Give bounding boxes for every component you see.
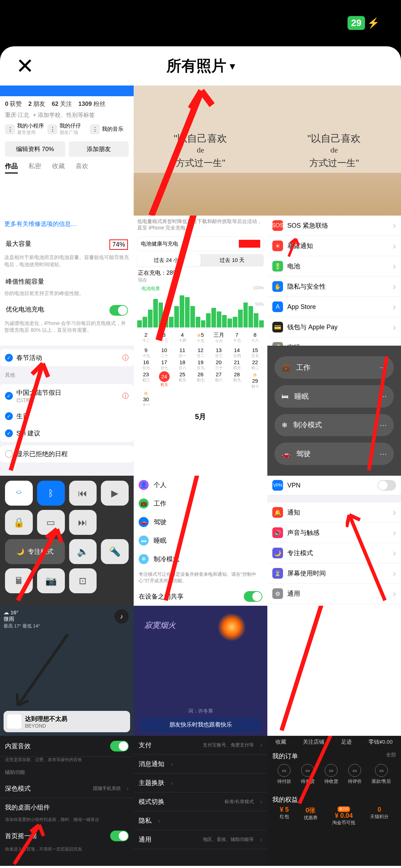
capacity-desc: 这是相对于新电池而言的电池容量。容量较低可能导致充电后，电池使用时间缩短。 (4, 254, 129, 268)
thumb-battery-health[interactable]: 更多有关维修选项的信息… 最大容量 74% 这是相对于新电池而言的电池容量。容量… (0, 216, 134, 346)
optimize-desc: 为减缓电池老化，iPhone 会学习你每日的充电模式，并暂缓充电至 80% 以上… (4, 320, 129, 334)
app-screen: ✕ 所有照片 ▾ 0获赞2朋友62关注1309粉丝 重庆·江北+ 添加学校、性别… (0, 46, 401, 868)
aux-section: 辅助功能 (0, 766, 134, 779)
optimize-toggle (109, 305, 128, 316)
calc-icon: 🖩 (5, 568, 33, 593)
bluetooth-icon: ᛒ (37, 481, 65, 506)
add-tag: + 添加学校、性别等标签 (33, 112, 95, 119)
shake-label: 首页摇一摇 (5, 832, 37, 840)
dark-label: 深色模式 (5, 784, 31, 793)
max-capacity-value: 74% (109, 239, 128, 250)
add-friend-button: 添加朋友 (69, 141, 129, 157)
thumb-control-center[interactable]: ⌔ ᛒ ⏮ ▶ 🔒 ▭ ⏭ 🌙 专注模式 🔈 🔦 🖩 📷 ⊡ (0, 476, 134, 606)
battery-percentage: 29 (348, 16, 365, 30)
thumb-battery-usage[interactable]: 低电量模式将暂时降低后台下载和邮件抓取等后台活动，直至 iPhone 完全充电。… (134, 216, 267, 346)
now-playing: 达到理想不太易 BEYOND (4, 711, 130, 732)
thumb-dark-settings-1[interactable]: 内置音效 这里是添加新、点赞、发布等操作的音效 辅助功能 深色模式跟随手机系统›… (0, 736, 134, 866)
share-label: 在设备之间共享 (139, 592, 184, 601)
thumb-calendar-month[interactable]: 9十九10二十11廿一12廿二13廿三14廿四15廿五16廿六17廿七18廿八1… (134, 346, 267, 476)
dark-opt: 跟随手机系统 (93, 785, 121, 792)
month-label: 5月 (134, 409, 267, 424)
prev-icon: ⏮ (69, 481, 97, 506)
volume-icon: 🔈 (69, 539, 97, 564)
optimize-label: 优化电池充电 (6, 305, 44, 316)
quote-line2: 方式过一生" (176, 157, 225, 169)
orders-title: 我的订单 (272, 752, 298, 760)
declined-item: 显示已拒绝的日程 (16, 450, 68, 458)
song-title: 达到理想不太易 (25, 715, 67, 723)
wifi-icon: ⌔ (5, 481, 33, 506)
thumb-blank-arrow[interactable] (267, 606, 401, 736)
thumb-taobao[interactable]: 收藏关注店铺足迹零钱¥0.00 我的订单全部 ▭待付款▭待发货▭待收货▭待评价▭… (267, 736, 401, 866)
close-icon[interactable]: ✕ (16, 53, 34, 78)
charging-text: 正在充电：28% (138, 270, 178, 276)
chart-label: 电池电量 (137, 285, 264, 292)
builtin-label: 内置音效 (5, 742, 31, 750)
fw-text: 寂寞烟火 (144, 620, 176, 631)
range: 最高 17° 最低 14° (4, 623, 40, 629)
lowpower-note: 低电量模式将暂时降低后台下载和邮件抓取等后台活动，直至 iPhone 完全充电。 (134, 216, 267, 234)
fw-sig: 词：许冬寒 (188, 708, 213, 714)
next-icon: ⏭ (69, 510, 97, 535)
thumb-dark-settings-2[interactable]: 支付支付宝账号、免密支付等›消息通知›主题换肤›模式切换标准/长辈模式›隐私›通… (134, 736, 267, 866)
other-section: 其他 (0, 370, 134, 381)
thumb-focus-list[interactable]: 👤个人💼工作🚗驾驶🛏睡眠❄制冷模式 专注模式可让你自定设备并静音来电和通知。请在… (134, 476, 267, 606)
builtin-desc: 这里是添加新、点赞、发布等操作的音效 (0, 757, 134, 766)
page-title[interactable]: 所有照片 ▾ (166, 56, 235, 76)
fw-caption: 朋友快乐时我也跟着快乐 (140, 718, 261, 732)
shake-toggle (110, 831, 129, 841)
thumb-settings-notifications[interactable]: VPN VPN 🔔通知›🔊声音与触感›🌙专注模式›⏳屏幕使用时间›⚙通用›⚡控制… (267, 476, 401, 606)
now-text: 现在 (134, 277, 267, 283)
flashlight-icon: 🔦 (101, 539, 129, 564)
quote-line1: "以自己喜欢 (308, 132, 361, 145)
cond: 微雨 (4, 616, 14, 622)
peak-desc: 你的电池目前支持正常的峰值性能。 (4, 290, 129, 297)
edit-profile-button: 编辑资料 70% (5, 141, 65, 157)
thumb-music-widget[interactable]: ☁ 16° 微雨 最高 17° 最低 14° ♪ 达到理想不太易 BEYOND (0, 606, 134, 736)
thumb-fireworks[interactable]: 寂寞烟火 词：许冬寒 朋友快乐时我也跟着快乐 (134, 606, 267, 736)
artist: BEYOND (25, 723, 67, 729)
builtin-toggle (110, 741, 129, 751)
focus-note: 专注模式可让你自定设备并静音来电和通知。请在"控制中心"打开或关闭此功能。 (134, 568, 267, 587)
photo-grid: 0获赞2朋友62关注1309粉丝 重庆·江北+ 添加学校、性别等标签 ⋮我的小程… (0, 86, 401, 866)
temp: 16° (10, 609, 19, 615)
vpn-label: VPN (287, 482, 300, 489)
thumb-quote-2[interactable]: "以自己喜欢 de 方式过一生" (267, 86, 401, 216)
title-text: 所有照片 (166, 56, 226, 76)
peak-label: 峰值性能容量 (6, 277, 44, 286)
location-text: 重庆·江北 (5, 112, 29, 119)
seg-24h: 过去 24 小时 (137, 254, 201, 267)
rights-title: 我的权益 (272, 795, 298, 804)
device-statusbar: 29 ⚡ (348, 16, 380, 30)
camera-icon: 📷 (37, 568, 65, 593)
thumb-settings-general[interactable]: SOSSOS 紧急联络›☀暴露通知›🔋电池›✋隐私与安全性›AApp Store… (267, 216, 401, 346)
vpn-toggle (377, 480, 396, 491)
max-capacity-label: 最大容量 (6, 239, 31, 250)
batteryhealth-row: 电池健康与充电 (141, 241, 178, 247)
scan-icon: ⊡ (69, 568, 97, 593)
quote-line1: "以自己喜欢 (174, 132, 227, 145)
quote-de: de (197, 145, 204, 155)
header: ✕ 所有照片 ▾ (0, 46, 401, 86)
thumb-focus-pills[interactable]: 💼工作⋯🛏睡眠⋯❄制冷模式⋯🚗驾驶⋯ (267, 346, 401, 476)
widget-label: 我的桌面小组件 (5, 803, 50, 812)
repair-link: 更多有关维修选项的信息… (4, 220, 129, 228)
lock-icon: 🔒 (5, 510, 33, 535)
chevron-down-icon: ▾ (230, 60, 235, 72)
thumb-calendar-settings[interactable]: ✓春节活动ⓘ 其他 ✓中国大陆节假日已订阅ⓘ✓生日✓Siri 建议 显示已拒绝的… (0, 346, 134, 476)
mirror-icon: ▭ (37, 510, 65, 535)
quote-line2: 方式过一生" (309, 157, 359, 169)
thumb-profile[interactable]: 0获赞2朋友62关注1309粉丝 重庆·江北+ 添加学校、性别等标签 ⋮我的小程… (0, 86, 134, 216)
widget-desc: 添加你喜爱的小组件到桌面，随时、随地一键直达 (0, 817, 134, 826)
share-toggle (244, 591, 262, 602)
charging-bolt-icon: ⚡ (367, 17, 380, 29)
spring-item: 春节活动 (16, 353, 42, 362)
focus-button: 🌙 专注模式 (5, 539, 65, 564)
tiktok-icon: ♪ (114, 609, 129, 624)
thumb-quote-1[interactable]: "以自己喜欢 de 方式过一生" (134, 86, 267, 216)
shake-desc: 快速进入设置项，不用再一层层返回页面 (0, 846, 134, 855)
play-icon: ▶ (101, 481, 129, 506)
quote-de: de (330, 145, 338, 155)
seg-10d: 过去 10 天 (201, 254, 264, 267)
all-link: 全部 (386, 752, 396, 760)
